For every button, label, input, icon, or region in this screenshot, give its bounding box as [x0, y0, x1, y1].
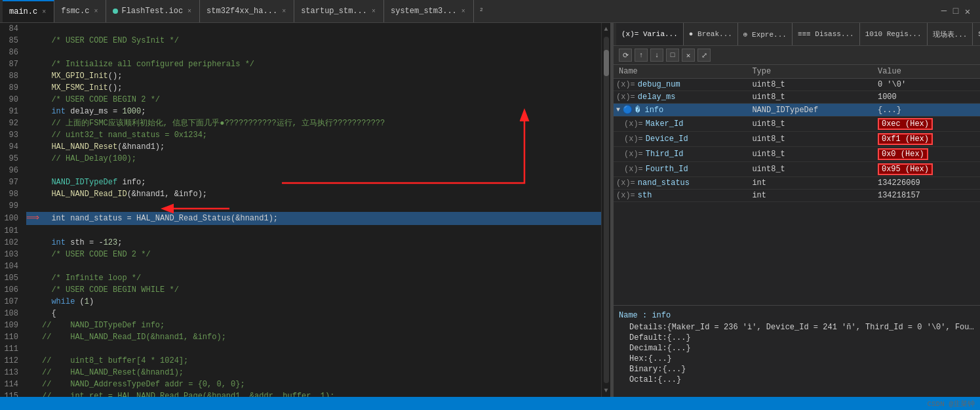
line-code: // 上面的FSMC应该顺利初始化, 信息下面几乎●???????????运行,…: [39, 117, 601, 129]
tab-close[interactable]: ×: [186, 7, 193, 16]
line-number: 94: [0, 141, 26, 153]
var-type: uint8_t: [747, 132, 872, 147]
tab-2[interactable]: FlashTest.ioc×: [106, 0, 200, 22]
info-line: Details:{Maker_Id = 236 'ì', Device_Id =…: [619, 323, 975, 332]
line-gutter: ⟹: [26, 212, 39, 225]
line-gutter: [26, 200, 39, 212]
line-code: MX_GPIO_Init();: [39, 70, 601, 82]
tab-overflow[interactable]: ²: [474, 7, 489, 16]
code-line: 86: [0, 47, 601, 58]
line-gutter: [26, 70, 39, 82]
var-row[interactable]: (x)= Device_Iduint8_t0xf1 (Hex): [614, 132, 980, 147]
info-line: Default:{...}: [619, 333, 975, 342]
tab-label: FlashTest.ioc: [121, 7, 183, 16]
var-value: {...}: [872, 104, 980, 117]
right-tab-1[interactable]: ● Break...: [684, 23, 738, 45]
line-code: [39, 200, 601, 212]
info-title: Name : info: [619, 311, 975, 320]
code-scroll[interactable]: 8485 /* USER CODE END SysInit */8687 /* …: [0, 23, 601, 397]
var-row[interactable]: ▼ 🔵 � infoNAND_IDTypeDef{...}: [614, 104, 980, 117]
right-tab-4[interactable]: 1010 Regis...: [860, 23, 928, 45]
line-code: /* USER CODE END 2 */: [39, 249, 601, 260]
var-row[interactable]: (x)= debug_numuint8_t0 '\0': [614, 79, 980, 91]
var-row[interactable]: (x)= Third_Iduint8_t0x0 (Hex): [614, 147, 980, 162]
var-type: int: [747, 190, 872, 202]
var-table-container[interactable]: Name Type Value (x)= debug_numuint8_t0 '…: [614, 65, 980, 305]
tab-5[interactable]: system_stm3...×: [384, 0, 474, 22]
line-gutter: [26, 153, 39, 165]
scroll-up-arrow[interactable]: ▲: [604, 23, 608, 35]
code-line: 110// HAL_NAND_Read_ID(&hnand1, &info);: [0, 331, 601, 343]
maximize-btn[interactable]: □: [951, 7, 960, 16]
tab-3[interactable]: stm32f4xx_ha...×: [200, 0, 294, 22]
code-line: 89 MX_FSMC_Init();: [0, 82, 601, 94]
tab-label: fsmc.c: [61, 7, 89, 16]
info-panel: Name : infoDetails:{Maker_Id = 236 'ì', …: [614, 305, 980, 397]
line-gutter: [26, 141, 39, 153]
close-btn[interactable]: ✕: [963, 7, 972, 16]
toolbar-expand[interactable]: ⤢: [697, 49, 711, 62]
toolbar-up[interactable]: ↑: [635, 49, 648, 62]
line-code: /* USER CODE BEGIN 2 */: [39, 94, 601, 106]
line-code: HAL_NAND_Reset(&hnand1);: [39, 141, 601, 153]
var-row[interactable]: (x)= Fourth_Iduint8_t0x95 (Hex): [614, 162, 980, 177]
line-gutter: [26, 249, 39, 260]
line-code: [39, 260, 601, 272]
tab-0[interactable]: main.c×: [3, 0, 54, 22]
var-row[interactable]: (x)= nand_statusint134226069: [614, 177, 980, 190]
line-gutter: [26, 106, 39, 117]
code-line: 91 int delay_ms = 1000;: [0, 106, 601, 117]
right-tab-5[interactable]: 现场表...: [928, 23, 973, 45]
tab-close[interactable]: ×: [92, 7, 99, 16]
code-line: 115// int ret = HAL_NAND_Read_Page(&hnan…: [0, 390, 601, 397]
tab-4[interactable]: startup_stm...×: [294, 0, 384, 22]
var-value: 134226069: [872, 177, 980, 190]
line-code: [39, 343, 601, 355]
watermark: CSDN @韭菜钟: [927, 399, 975, 409]
toolbar-refresh[interactable]: ⟳: [619, 49, 632, 62]
code-line: 102 int sth = -123;: [0, 237, 601, 249]
line-number: 87: [0, 58, 26, 70]
var-row[interactable]: (x)= delay_msuint8_t1000: [614, 91, 980, 104]
scroll-thumb[interactable]: [604, 50, 609, 76]
code-line: 105 /* Infinite loop */: [0, 272, 601, 284]
var-value: 0xf1 (Hex): [872, 132, 980, 147]
line-gutter: [26, 343, 39, 355]
line-number: 114: [0, 379, 26, 390]
line-number: 89: [0, 82, 26, 94]
var-row[interactable]: (x)= sthint134218157: [614, 190, 980, 202]
line-gutter: [26, 188, 39, 200]
line-gutter: [26, 390, 39, 397]
var-type: int: [747, 177, 872, 190]
right-tab-0[interactable]: (x)= Varia...: [616, 23, 684, 45]
toolbar-copy[interactable]: □: [666, 49, 679, 62]
minimize-btn[interactable]: ─: [939, 7, 949, 16]
tab-close[interactable]: ×: [370, 7, 377, 16]
toolbar-down[interactable]: ↓: [650, 49, 663, 62]
right-tab-3[interactable]: ≡≡≡ Disass...: [793, 23, 860, 45]
highlighted-value: 0xf1 (Hex): [878, 133, 933, 145]
right-tab-6[interactable]: SFRs: [973, 23, 980, 45]
line-code: /* USER CODE END SysInit */: [39, 35, 601, 47]
right-tab-2[interactable]: ⊕ Expre...: [738, 23, 793, 45]
line-gutter: [26, 355, 39, 367]
tab-close[interactable]: ×: [41, 7, 47, 17]
var-type: uint8_t: [747, 162, 872, 177]
code-scrollbar[interactable]: ▲ ▼: [601, 23, 610, 397]
toolbar-delete[interactable]: ✕: [682, 49, 695, 62]
highlighted-value: 0x95 (Hex): [878, 163, 933, 175]
col-type: Type: [747, 65, 872, 79]
var-value: 1000: [872, 91, 980, 104]
tab-label: stm32f4xx_ha...: [206, 7, 277, 16]
scroll-down-arrow[interactable]: ▼: [604, 384, 608, 397]
tab-close[interactable]: ×: [281, 7, 287, 16]
tab-1[interactable]: fsmc.c×: [54, 0, 106, 22]
line-gutter: [26, 284, 39, 296]
var-row[interactable]: (x)= Maker_Iduint8_t0xec (Hex): [614, 117, 980, 132]
line-code: int delay_ms = 1000;: [39, 106, 601, 117]
line-number: 98: [0, 188, 26, 200]
line-gutter: [26, 58, 39, 70]
tab-icon: [113, 9, 118, 14]
tab-close[interactable]: ×: [460, 7, 467, 16]
line-number: 113: [0, 367, 26, 379]
